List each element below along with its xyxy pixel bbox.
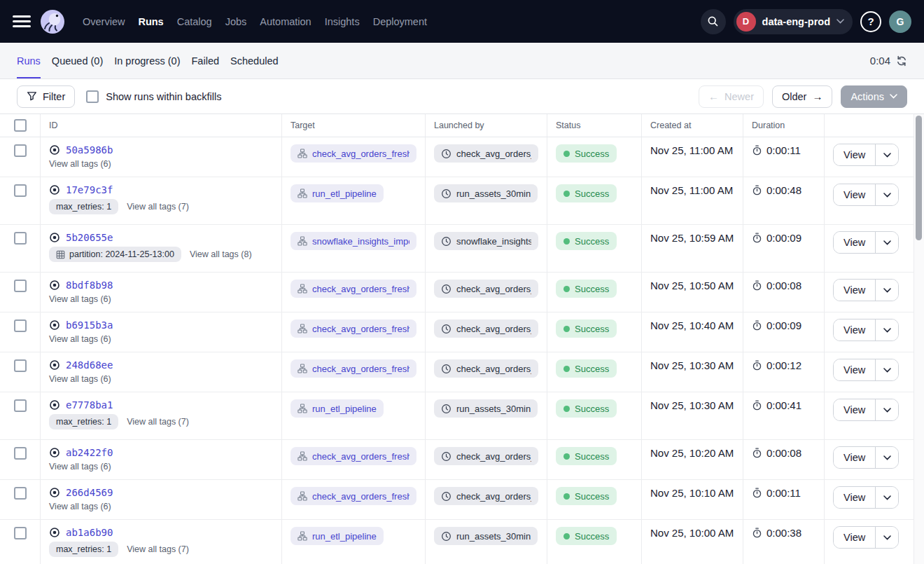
newer-button[interactable]: ← Newer: [699, 85, 764, 108]
target-link[interactable]: check_avg_orders_freshne: [290, 144, 416, 163]
user-avatar[interactable]: G: [889, 11, 911, 33]
tab-scheduled[interactable]: Scheduled: [230, 43, 279, 78]
select-all-checkbox[interactable]: [14, 119, 27, 132]
target-link[interactable]: snowflake_insights_import: [290, 232, 416, 250]
target-link[interactable]: run_etl_pipeline: [290, 399, 384, 418]
launched-by-link[interactable]: run_assets_30min: [434, 184, 538, 202]
nav-item-catalog[interactable]: Catalog: [177, 16, 212, 27]
target-link[interactable]: check_avg_orders_freshne: [290, 319, 416, 338]
view-run-button[interactable]: View: [834, 144, 875, 165]
view-run-dropdown-button[interactable]: [875, 359, 898, 380]
tab-in-progress-0[interactable]: In progress (0): [114, 43, 180, 78]
view-all-tags-link[interactable]: View all tags (6): [49, 334, 111, 344]
run-id-link[interactable]: ab2422f0: [66, 447, 113, 458]
view-run-button[interactable]: View: [834, 487, 875, 508]
nav-item-runs[interactable]: Runs: [138, 16, 163, 27]
view-all-tags-link[interactable]: View all tags (8): [190, 249, 252, 259]
search-button[interactable]: [701, 9, 726, 34]
launched-by-link[interactable]: check_avg_orders_f…: [434, 280, 538, 298]
help-button[interactable]: ?: [860, 11, 881, 32]
row-checkbox[interactable]: [14, 184, 27, 197]
older-button[interactable]: Older →: [772, 85, 832, 108]
view-run-button[interactable]: View: [834, 319, 875, 341]
row-checkbox[interactable]: [14, 232, 27, 245]
view-run-dropdown-button[interactable]: [875, 447, 898, 468]
view-run-dropdown-button[interactable]: [875, 184, 898, 205]
view-run-dropdown-button[interactable]: [875, 144, 898, 165]
view-all-tags-link[interactable]: View all tags (6): [49, 294, 111, 304]
nav-item-automation[interactable]: Automation: [260, 16, 311, 27]
tag-pill[interactable]: max_retries: 1: [49, 542, 118, 557]
filter-button[interactable]: Filter: [17, 85, 75, 108]
nav-item-insights[interactable]: Insights: [325, 16, 360, 27]
view-run-dropdown-button[interactable]: [875, 527, 898, 548]
row-checkbox[interactable]: [14, 359, 27, 372]
view-all-tags-link[interactable]: View all tags (6): [49, 462, 111, 472]
nav-item-deployment[interactable]: Deployment: [373, 16, 427, 27]
row-checkbox[interactable]: [14, 527, 27, 539]
hamburger-menu-icon[interactable]: [13, 15, 31, 27]
workspace-switcher[interactable]: D data-eng-prod: [734, 9, 853, 34]
view-run-dropdown-button[interactable]: [875, 319, 898, 341]
view-all-tags-link[interactable]: View all tags (6): [49, 502, 111, 511]
row-checkbox[interactable]: [14, 319, 27, 332]
scrollbar-thumb[interactable]: [916, 116, 922, 240]
row-checkbox[interactable]: [14, 487, 27, 500]
view-run-button[interactable]: View: [834, 359, 875, 380]
run-id-link[interactable]: 50a5986b: [66, 144, 113, 156]
tag-pill[interactable]: partition: 2024-11-25-13:00: [49, 247, 181, 262]
view-all-tags-link[interactable]: View all tags (6): [49, 159, 111, 169]
view-all-tags-link[interactable]: View all tags (6): [49, 374, 111, 384]
view-run-button[interactable]: View: [834, 399, 875, 420]
view-run-button[interactable]: View: [834, 184, 875, 205]
view-run-button[interactable]: View: [834, 280, 875, 301]
view-all-tags-link[interactable]: View all tags (7): [127, 544, 189, 554]
row-checkbox[interactable]: [14, 144, 27, 157]
nav-item-overview[interactable]: Overview: [83, 16, 125, 27]
row-checkbox[interactable]: [14, 399, 27, 412]
launched-by-link[interactable]: check_avg_orders_f…: [434, 359, 538, 378]
view-run-dropdown-button[interactable]: [875, 487, 898, 508]
dagster-logo-icon[interactable]: [40, 9, 65, 34]
launched-by-link[interactable]: run_assets_30min: [434, 399, 538, 418]
tab-failed[interactable]: Failed: [192, 43, 220, 78]
target-link[interactable]: check_avg_orders_freshne: [290, 487, 416, 505]
launched-by-link[interactable]: check_avg_orders_f…: [434, 487, 538, 505]
launched-by-link[interactable]: snowflake_insights_…: [434, 232, 538, 250]
view-run-button[interactable]: View: [834, 232, 875, 253]
tab-queued-0[interactable]: Queued (0): [52, 43, 103, 78]
run-id-link[interactable]: 5b20655e: [66, 232, 113, 243]
run-id-link[interactable]: 17e79c3f: [66, 184, 113, 195]
launched-by-link[interactable]: check_avg_orders_f…: [434, 319, 538, 338]
run-id-link[interactable]: 266d4569: [66, 487, 113, 498]
view-run-dropdown-button[interactable]: [875, 280, 898, 301]
run-id-link[interactable]: 8bdf8b98: [66, 280, 113, 291]
view-run-dropdown-button[interactable]: [875, 232, 898, 253]
view-run-dropdown-button[interactable]: [875, 399, 898, 420]
launched-by-link[interactable]: check_avg_orders_f…: [434, 447, 538, 465]
target-link[interactable]: check_avg_orders_freshne: [290, 447, 416, 465]
row-checkbox[interactable]: [14, 280, 27, 292]
view-all-tags-link[interactable]: View all tags (7): [127, 202, 189, 212]
actions-button[interactable]: Actions: [841, 85, 907, 108]
backfills-checkbox[interactable]: [86, 90, 99, 103]
target-link[interactable]: check_avg_orders_freshne: [290, 359, 416, 378]
tag-pill[interactable]: max_retries: 1: [49, 414, 118, 429]
row-checkbox[interactable]: [14, 447, 27, 460]
run-id-link[interactable]: e7778ba1: [66, 399, 113, 411]
tag-pill[interactable]: max_retries: 1: [49, 199, 118, 214]
run-id-link[interactable]: ab1a6b90: [66, 527, 113, 538]
target-link[interactable]: run_etl_pipeline: [290, 184, 384, 202]
launched-by-link[interactable]: check_avg_orders_f…: [434, 144, 538, 163]
nav-item-jobs[interactable]: Jobs: [225, 16, 247, 27]
target-link[interactable]: run_etl_pipeline: [290, 527, 384, 545]
vertical-scrollbar[interactable]: [914, 114, 924, 564]
run-id-link[interactable]: 248d68ee: [66, 359, 113, 371]
view-all-tags-link[interactable]: View all tags (7): [127, 417, 189, 427]
refresh-icon[interactable]: [896, 55, 907, 67]
tab-runs[interactable]: Runs: [17, 43, 41, 78]
launched-by-link[interactable]: run_assets_30min: [434, 527, 538, 545]
target-link[interactable]: check_avg_orders_freshne: [290, 280, 416, 298]
show-backfills-toggle[interactable]: Show runs within backfills: [86, 90, 221, 103]
run-id-link[interactable]: b6915b3a: [66, 319, 113, 331]
